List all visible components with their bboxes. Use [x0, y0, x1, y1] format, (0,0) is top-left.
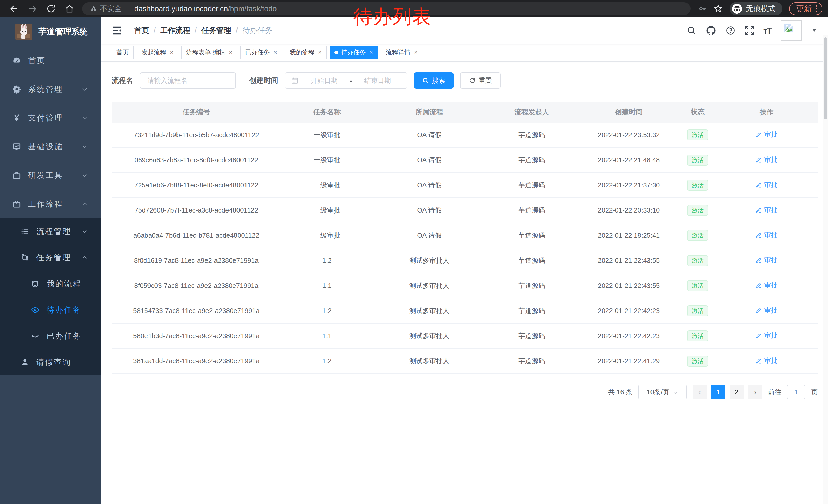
sidebar-item-home[interactable]: 首页: [0, 46, 101, 75]
approve-link[interactable]: 审批: [755, 230, 778, 239]
sidebar-item-infra[interactable]: 基础设施: [0, 132, 101, 161]
app-logo-row[interactable]: 芋道管理系统: [0, 17, 101, 46]
approve-link[interactable]: 审批: [755, 205, 778, 214]
fullscreen-icon[interactable]: [745, 26, 754, 35]
created-time-cell: 2022-01-22 20:33:10: [578, 207, 680, 214]
process-cell: 测试多审批人: [373, 357, 486, 366]
search-button[interactable]: 搜索: [414, 72, 454, 89]
approve-link[interactable]: 审批: [755, 130, 778, 139]
avatar[interactable]: [781, 20, 802, 41]
table-row: 580e1b3d-7ac8-11ec-a9e2-a2380e71991a1.1测…: [112, 324, 818, 349]
starter-cell: 芋道源码: [486, 306, 578, 315]
reset-button[interactable]: 重置: [460, 72, 501, 89]
sidebar-item-done-task[interactable]: 已办任务: [0, 323, 101, 349]
tab-close-icon[interactable]: ×: [228, 49, 233, 56]
goto-page-input[interactable]: [787, 384, 805, 400]
action-cell: 审批: [715, 256, 818, 265]
next-page-button[interactable]: ›: [748, 385, 762, 399]
created-time-cell: 2022-01-22 23:53:32: [578, 131, 680, 139]
home-icon[interactable]: [65, 4, 74, 13]
tab-todo-task[interactable]: 待办任务×: [330, 46, 378, 59]
tab-my-process[interactable]: 我的流程×: [285, 46, 327, 59]
tab-done-task[interactable]: 已办任务×: [240, 46, 282, 59]
sidebar-toggle-icon[interactable]: [112, 26, 122, 35]
security-warning-icon[interactable]: 不安全: [90, 4, 122, 13]
sidebar-item-devtools[interactable]: 研发工具: [0, 161, 101, 190]
back-icon[interactable]: [9, 4, 19, 13]
browser-menu-icon[interactable]: [816, 5, 817, 12]
incognito-badge: 无痕模式: [730, 2, 782, 15]
tab-close-icon[interactable]: ×: [413, 49, 418, 56]
prev-page-button[interactable]: ‹: [693, 385, 707, 399]
table-header-row: 任务编号任务名称所属流程流程发起人创建时间状态操作: [112, 101, 818, 123]
approve-link[interactable]: 审批: [755, 306, 778, 315]
action-cell: 审批: [715, 205, 818, 215]
process-cell: OA 请假: [373, 131, 486, 139]
created-time-cell: 2022-01-21 22:43:55: [578, 282, 680, 290]
sidebar-item-task-mgmt[interactable]: 任务管理: [0, 244, 101, 271]
avatar-caret-icon[interactable]: [811, 28, 818, 33]
column-header: 创建时间: [578, 107, 680, 117]
approve-link[interactable]: 审批: [755, 155, 778, 164]
breadcrumb-item[interactable]: 工作流程: [160, 26, 190, 36]
breadcrumb-item[interactable]: 任务管理: [201, 26, 231, 36]
task-name-cell: 一级审批: [281, 206, 373, 215]
task-id-cell: 75d72608-7b7f-11ec-a3c8-acde48001122: [112, 207, 281, 214]
sidebar-item-leave-query[interactable]: 请假查询: [0, 349, 101, 375]
created-time-cell: 2022-01-22 21:37:30: [578, 181, 680, 189]
window-scrollbar[interactable]: [823, 35, 828, 504]
tab-form-edit[interactable]: 流程表单-编辑×: [181, 46, 237, 59]
yen-icon: [12, 113, 21, 122]
help-icon[interactable]: [726, 26, 735, 35]
chevron-up-icon: [81, 254, 88, 261]
browser-chrome: 不安全 dashboard.yudao.iocoder.cn/bpm/task/…: [0, 0, 828, 17]
sidebar-item-system[interactable]: 系统管理: [0, 75, 101, 103]
tab-close-icon[interactable]: ×: [369, 49, 373, 56]
sidebar-item-my-process[interactable]: 我的流程: [0, 271, 101, 297]
page-button-1[interactable]: 1: [711, 385, 726, 399]
key-icon[interactable]: [698, 4, 707, 13]
table-row: 8f0d1619-7ac8-11ec-a9e2-a2380e71991a1.2测…: [112, 248, 818, 273]
table-row: 381aa1dd-7ac8-11ec-a9e2-a2380e71991a1.2测…: [112, 349, 818, 374]
page-size-select[interactable]: 10条/页: [638, 384, 687, 400]
reload-icon[interactable]: [46, 4, 56, 13]
listtree-icon: [20, 227, 29, 236]
approve-link[interactable]: 审批: [755, 281, 778, 290]
breadcrumb-item[interactable]: 首页: [134, 26, 149, 36]
search-icon[interactable]: [687, 26, 696, 35]
bookmark-star-icon[interactable]: [714, 4, 723, 13]
process-name-input[interactable]: [140, 72, 236, 89]
sidebar-item-workflow[interactable]: 工作流程: [0, 190, 101, 218]
chevron-down-icon: [81, 114, 88, 121]
sidebar-item-process-mgmt[interactable]: 流程管理: [0, 218, 101, 244]
approve-link[interactable]: 审批: [755, 356, 778, 365]
tab-close-icon[interactable]: ×: [169, 49, 173, 56]
app-window: 芋道管理系统 首页系统管理支付管理基础设施研发工具工作流程流程管理任务管理我的流…: [0, 17, 828, 504]
sidebar-item-todo-task[interactable]: 待办任务: [0, 297, 101, 323]
address-bar[interactable]: 不安全 dashboard.yudao.iocoder.cn/bpm/task/…: [82, 2, 691, 15]
tab-process-detail[interactable]: 流程详情×: [381, 46, 422, 59]
action-cell: 审批: [715, 230, 818, 240]
tab-start-process[interactable]: 发起流程×: [137, 46, 178, 59]
status-cell: 激活: [680, 205, 715, 216]
tab-close-icon[interactable]: ×: [273, 49, 277, 56]
approve-link[interactable]: 审批: [755, 180, 778, 189]
font-size-icon[interactable]: TT: [763, 26, 772, 36]
task-name-cell: 一级审批: [281, 155, 373, 165]
date-range-picker[interactable]: 开始日期 - 结束日期: [285, 72, 407, 89]
status-badge: 激活: [687, 154, 708, 166]
approve-link[interactable]: 审批: [755, 256, 778, 265]
tab-close-icon[interactable]: ×: [318, 49, 322, 56]
approve-link[interactable]: 审批: [755, 331, 778, 340]
action-cell: 审批: [715, 180, 818, 190]
sidebar-item-payment[interactable]: 支付管理: [0, 103, 101, 132]
page-button-2[interactable]: 2: [730, 385, 744, 399]
task-name-cell: 1.2: [281, 357, 373, 365]
forward-icon[interactable]: [28, 4, 37, 13]
table-row: 75d72608-7b7f-11ec-a3c8-acde48001122一级审批…: [112, 198, 818, 223]
update-button[interactable]: 更新: [789, 2, 822, 15]
github-icon[interactable]: [706, 25, 716, 36]
scrollbar-thumb[interactable]: [824, 37, 827, 120]
tab-home[interactable]: 首页: [112, 46, 134, 59]
task-id-cell: 8f0d1619-7ac8-11ec-a9e2-a2380e71991a: [112, 257, 281, 265]
